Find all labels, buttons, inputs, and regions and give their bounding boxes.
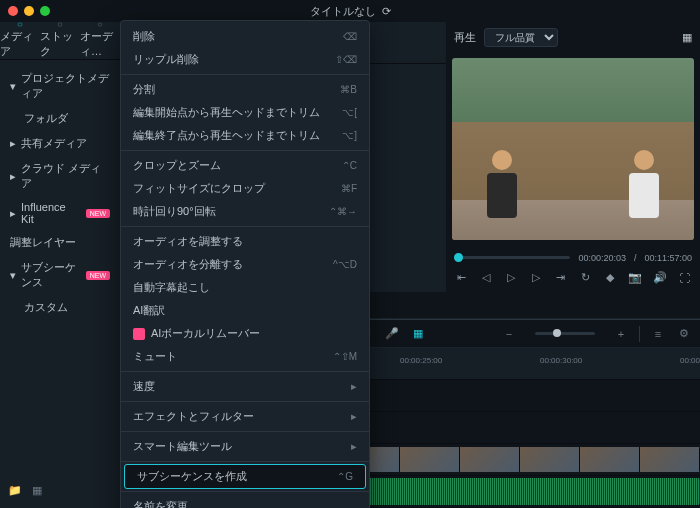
tree-adjust-layer[interactable]: 調整レイヤー <box>0 230 120 255</box>
ctx-ripple-delete[interactable]: リップル削除⇧⌫ <box>121 48 369 71</box>
ctx-split[interactable]: 分割⌘B <box>121 78 369 101</box>
media-panel: メディア ストック オーディ… ▾プロジェクトメディア フォルダ ▸共有メディア… <box>0 22 120 508</box>
grid-icon[interactable]: ▦ <box>410 326 426 342</box>
sliders-icon[interactable]: ⚙ <box>676 326 692 342</box>
zoom-slider[interactable] <box>535 332 595 335</box>
ctx-mute[interactable]: ミュート⌃⇧M <box>121 345 369 368</box>
goto-end-icon[interactable]: ⇥ <box>553 270 568 286</box>
next-frame-icon[interactable]: ▷ <box>528 270 543 286</box>
ctx-ai-translate[interactable]: AI翻訳 <box>121 299 369 322</box>
tree-custom[interactable]: カスタム <box>0 295 120 320</box>
tree-project-media[interactable]: ▾プロジェクトメディア <box>0 66 120 106</box>
svg-rect-1 <box>58 23 61 26</box>
close-window[interactable] <box>8 6 18 16</box>
ctx-smart-edit[interactable]: スマート編集ツール▸ <box>121 435 369 458</box>
ctx-trim-end[interactable]: 編集終了点から再生ヘッドまでトリム⌥] <box>121 124 369 147</box>
zoom-out-icon[interactable]: − <box>501 326 517 342</box>
new-folder-icon[interactable]: 📁 <box>8 484 24 500</box>
window-title: タイトルなし <box>310 4 376 19</box>
tree-folder[interactable]: フォルダ <box>0 106 120 131</box>
ai-icon <box>133 328 145 340</box>
ctx-delete[interactable]: 削除⌫ <box>121 25 369 48</box>
fullscreen-icon[interactable]: ⛶ <box>677 270 692 286</box>
timecode-current: 00:00:20:03 <box>578 253 626 263</box>
play-label: 再生 <box>454 30 476 45</box>
maximize-window[interactable] <box>40 6 50 16</box>
ctx-audio-adjust[interactable]: オーディオを調整する <box>121 230 369 253</box>
quality-select[interactable]: フル品質 <box>484 28 558 47</box>
snapshot-icon[interactable]: ▦ <box>682 31 692 44</box>
settings-icon[interactable]: ≡ <box>650 326 666 342</box>
viewer-image[interactable] <box>452 58 694 240</box>
ctx-rename[interactable]: 名前を変更 <box>121 495 369 508</box>
viewer-panel: 再生 フル品質 ▦ 00:00:20:03 / <box>446 22 700 292</box>
ctx-ai-vocal[interactable]: AIボーカルリムーバー <box>121 322 369 345</box>
goto-start-icon[interactable]: ⇤ <box>454 270 469 286</box>
loop-icon[interactable]: ↻ <box>578 270 593 286</box>
ctx-audio-detach[interactable]: オーディオを分離する^⌥D <box>121 253 369 276</box>
camera-icon[interactable]: 📷 <box>628 270 643 286</box>
tab-audio[interactable]: オーディ… <box>80 22 120 59</box>
minimize-window[interactable] <box>24 6 34 16</box>
svg-rect-0 <box>18 23 22 26</box>
context-menu: 削除⌫ リップル削除⇧⌫ 分割⌘B 編集開始点から再生ヘッドまでトリム⌥[ 編集… <box>120 20 370 508</box>
zoom-in-icon[interactable]: + <box>613 326 629 342</box>
ctx-rotate[interactable]: 時計回り90°回転⌃⌘→ <box>121 200 369 223</box>
ctx-auto-caption[interactable]: 自動字幕起こし <box>121 276 369 299</box>
titlebar: タイトルなし⟳ <box>0 0 700 22</box>
tab-stock[interactable]: ストック <box>40 22 80 59</box>
ctx-trim-start[interactable]: 編集開始点から再生ヘッドまでトリム⌥[ <box>121 101 369 124</box>
play-icon[interactable]: ▷ <box>504 270 519 286</box>
tab-media[interactable]: メディア <box>0 22 40 59</box>
ctx-crop-zoom[interactable]: クロップとズーム⌃C <box>121 154 369 177</box>
tree-shared-media[interactable]: ▸共有メディア <box>0 131 120 156</box>
mic-icon[interactable]: 🎤 <box>384 326 400 342</box>
timecode-total: 00:11:57:00 <box>644 253 692 263</box>
tree-subsequence[interactable]: ▾サブシーケンスNEW <box>0 255 120 295</box>
ctx-speed[interactable]: 速度▸ <box>121 375 369 398</box>
prev-frame-icon[interactable]: ◁ <box>479 270 494 286</box>
tree-cloud-media[interactable]: ▸クラウド メディア <box>0 156 120 196</box>
marker-icon[interactable]: ◆ <box>603 270 618 286</box>
new-bin-icon[interactable]: ▦ <box>32 484 48 500</box>
svg-point-2 <box>98 23 101 26</box>
ctx-fit-crop[interactable]: フィットサイズにクロップ⌘F <box>121 177 369 200</box>
tree-influence-kit[interactable]: ▸Influence KitNEW <box>0 196 120 230</box>
ctx-create-subsequence[interactable]: サブシーケンスを作成⌃G <box>125 465 365 488</box>
volume-icon[interactable]: 🔊 <box>652 270 667 286</box>
scrub-bar[interactable] <box>454 256 570 259</box>
ctx-effects[interactable]: エフェクトとフィルター▸ <box>121 405 369 428</box>
sync-icon: ⟳ <box>382 5 391 18</box>
